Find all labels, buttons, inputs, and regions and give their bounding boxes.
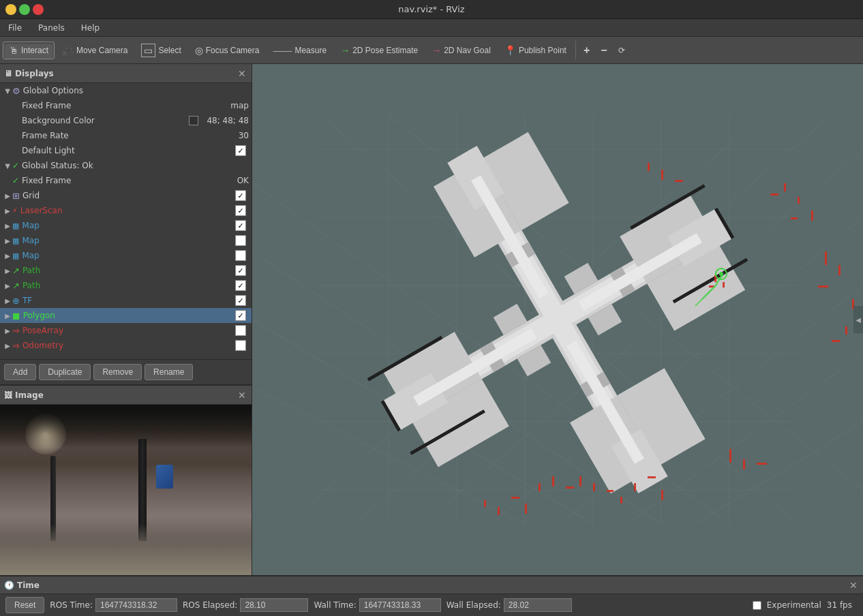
experimental-checkbox[interactable] [753, 601, 761, 610]
floor-reflection [0, 524, 252, 575]
fixed-frame-label: Fixed Frame [22, 101, 225, 110]
close-button[interactable] [33, 4, 44, 15]
pose-estimate-button[interactable]: → 2D Pose Estimate [334, 42, 424, 59]
path2-checkbox[interactable] [235, 280, 246, 291]
viewport[interactable]: ◀ [252, 64, 863, 575]
statusbar: 🕐 Time ✕ Reset ROS Time: ROS Elapsed: Wa… [0, 575, 863, 616]
menu-file[interactable]: File [3, 22, 27, 34]
map2-checkbox[interactable] [235, 235, 246, 246]
fixed-frame-value: map [230, 101, 249, 110]
path1-row[interactable]: ▶ ↗ Path [0, 263, 252, 278]
map3-checkbox[interactable] [235, 250, 246, 261]
laserscan-label: LaserScan [20, 206, 128, 215]
fixed-frame-status-row[interactable]: ✓ Fixed Frame OK [0, 173, 252, 188]
laserscan-checkbox[interactable] [235, 205, 246, 216]
zoom-minus-button[interactable]: − [596, 41, 611, 60]
odometry-row[interactable]: ▶ ⇒ Odometry [0, 338, 252, 353]
svg-rect-60 [784, 183, 786, 191]
global-options-label: Global Options [23, 86, 249, 95]
publish-point-icon: 📍 [504, 45, 516, 56]
path2-row[interactable]: ▶ ↗ Path [0, 278, 252, 293]
zoom-reset-button[interactable]: ⟳ [614, 42, 630, 59]
move-camera-button[interactable]: 🎥 Move Camera [56, 42, 134, 59]
svg-rect-69 [845, 326, 847, 335]
fixed-frame-row[interactable]: Fixed Frame map [0, 98, 252, 113]
image-panel-title: Image [15, 390, 44, 400]
laserscan-icon: ⚡ [12, 206, 18, 215]
reset-button[interactable]: Reset [5, 597, 44, 613]
svg-rect-67 [818, 286, 828, 288]
image-panel: 🖼 Image ✕ [0, 384, 252, 575]
background-color-row[interactable]: Background Color 48; 48; 48 [0, 113, 252, 128]
svg-rect-77 [579, 476, 581, 487]
default-light-label: Default Light [22, 146, 230, 155]
frame-rate-row[interactable]: Frame Rate 30 [0, 128, 252, 143]
ros-time-label: ROS Time: [50, 600, 93, 610]
measure-button[interactable]: —— Measure [267, 42, 333, 59]
viewport-collapse-handle[interactable]: ◀ [853, 306, 863, 333]
blue-object [156, 465, 173, 489]
path2-arrow: ▶ [3, 282, 12, 290]
default-light-row[interactable]: Default Light [0, 143, 252, 158]
map1-row[interactable]: ▶ ▦ Map [0, 218, 252, 233]
map1-checkbox[interactable] [235, 220, 246, 231]
svg-rect-84 [484, 500, 486, 507]
zoom-plus-button[interactable]: + [579, 41, 594, 60]
odometry-checkbox[interactable] [235, 340, 246, 351]
map3-label: Map [22, 251, 128, 260]
left-panel: 🖥 Displays ✕ ▼ ⚙ Global Options Fixed Fr… [0, 64, 252, 575]
posearray-row[interactable]: ▶ ⇒ PoseArray [0, 323, 252, 338]
duplicate-button[interactable]: Duplicate [39, 364, 91, 380]
nav-goal-button[interactable]: → 2D Nav Goal [425, 42, 497, 59]
ceiling-dark [0, 405, 252, 448]
grid-checkbox[interactable] [235, 190, 246, 201]
rename-button[interactable]: Rename [145, 364, 193, 380]
titlebar: nav.rviz* - RViz [0, 0, 863, 19]
svg-rect-70 [832, 340, 840, 342]
grid-icon: ⊞ [12, 191, 20, 201]
remove-button[interactable]: Remove [93, 364, 142, 380]
global-options-row[interactable]: ▼ ⚙ Global Options [0, 83, 252, 98]
background-color-value: 48; 48; 48 [207, 116, 249, 125]
interact-button[interactable]: 🖱 Interact [3, 42, 55, 59]
tf-checkbox[interactable] [235, 295, 246, 306]
odometry-arrow: ▶ [3, 342, 12, 350]
ros-elapsed-input[interactable] [240, 598, 308, 612]
svg-rect-82 [511, 497, 519, 499]
svg-rect-92 [723, 282, 725, 288]
polygon-row[interactable]: ▶ ◼ Polygon [0, 308, 252, 323]
menu-help[interactable]: Help [76, 22, 105, 34]
path1-checkbox[interactable] [235, 265, 246, 276]
svg-rect-75 [607, 490, 614, 492]
map3-row[interactable]: ▶ ▦ Map [0, 248, 252, 263]
statusbar-content: Reset ROS Time: ROS Elapsed: Wall Time: … [0, 594, 863, 616]
polygon-checkbox[interactable] [235, 310, 246, 321]
default-light-checkbox[interactable] [235, 145, 246, 156]
svg-point-95 [719, 272, 723, 276]
image-close-button[interactable]: ✕ [237, 390, 247, 401]
wall-time-input[interactable] [359, 598, 441, 612]
focus-camera-button[interactable]: ◎ Focus Camera [189, 42, 266, 59]
fixed-frame-status-checkmark: ✓ [12, 176, 19, 185]
ros-elapsed-label: ROS Elapsed: [183, 600, 237, 610]
wall-elapsed-field: Wall Elapsed: [446, 598, 572, 612]
publish-point-button[interactable]: 📍 Publish Point [498, 42, 573, 59]
wall-elapsed-input[interactable] [504, 598, 572, 612]
select-button[interactable]: ▭ Select [135, 40, 187, 61]
map2-row[interactable]: ▶ ▦ Map [0, 233, 252, 248]
grid-label: Grid [22, 191, 129, 200]
menu-panels[interactable]: Panels [33, 22, 70, 34]
ros-time-input[interactable] [95, 598, 177, 612]
add-button[interactable]: Add [4, 364, 36, 380]
grid-row[interactable]: ▶ ⊞ Grid [0, 188, 252, 203]
global-status-row[interactable]: ▼ ✓ Global Status: Ok [0, 158, 252, 173]
displays-close-button[interactable]: ✕ [237, 68, 247, 79]
posearray-checkbox[interactable] [235, 325, 246, 336]
statusbar-close-button[interactable]: ✕ [848, 580, 859, 591]
maximize-button[interactable] [19, 4, 30, 15]
tf-row[interactable]: ▶ ⊕ TF [0, 293, 252, 308]
laserscan-row[interactable]: ▶ ⚡ LaserScan [0, 203, 252, 218]
svg-rect-76 [593, 483, 595, 491]
frame-rate-value: 30 [239, 131, 249, 140]
minimize-button[interactable] [5, 4, 16, 15]
